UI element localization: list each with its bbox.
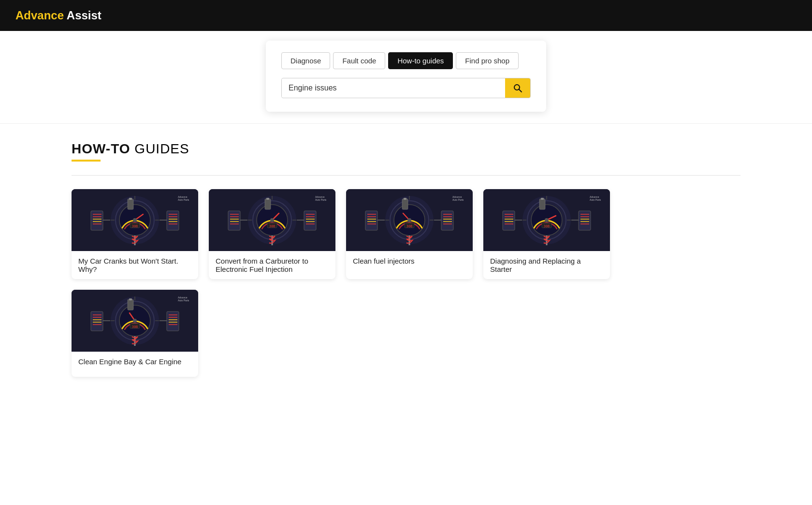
- svg-rect-76: [365, 211, 377, 230]
- svg-rect-113: [579, 211, 591, 230]
- svg-rect-27: [129, 198, 132, 200]
- tab-diagnose[interactable]: Diagnose: [281, 52, 330, 69]
- tab-fault-code[interactable]: Fault code: [333, 52, 385, 69]
- guide-card-4[interactable]: 308: [483, 189, 610, 279]
- svg-text:308: 308: [269, 224, 276, 228]
- tab-bar: Diagnose Fault code How-to guides Find p…: [281, 52, 531, 69]
- svg-point-7: [133, 218, 137, 222]
- search-button[interactable]: [505, 78, 530, 98]
- cards-grid: 308: [72, 189, 740, 377]
- svg-point-131: [133, 319, 137, 323]
- app-logo: Advance Assist: [15, 9, 102, 22]
- svg-rect-26: [128, 199, 133, 209]
- svg-rect-119: [539, 199, 545, 209]
- svg-text:308: 308: [406, 224, 413, 228]
- section-title-light: GUIDES: [134, 141, 189, 156]
- svg-text:308: 308: [544, 224, 550, 228]
- section-title-bold: HOW-TO: [72, 141, 130, 156]
- guide-card-5[interactable]: 308: [72, 290, 198, 377]
- svg-rect-82: [441, 211, 453, 230]
- svg-rect-107: [503, 211, 515, 230]
- svg-text:308: 308: [132, 325, 138, 329]
- section-underline: [72, 160, 101, 162]
- app-header: Advance Assist: [0, 0, 812, 31]
- guide-card-1[interactable]: 308: [72, 189, 198, 279]
- search-row: [281, 78, 531, 98]
- card-label-1: My Car Cranks but Won't Start. Why?: [72, 251, 198, 279]
- svg-rect-150: [128, 299, 133, 310]
- logo-assist: Assist: [67, 9, 102, 22]
- card-thumbnail-4: 308: [483, 189, 610, 251]
- card-thumbnail-5: 308: [72, 290, 198, 352]
- main-content: HOW-TO GUIDES: [0, 124, 812, 406]
- svg-point-69: [407, 218, 411, 222]
- card-label-3: Clean fuel injectors: [346, 251, 473, 276]
- card-label-5: Clean Engine Bay & Car Engine: [72, 352, 198, 377]
- svg-line-1: [519, 89, 522, 92]
- card-label-4: Diagnosing and Replacing a Starter: [483, 251, 610, 279]
- svg-rect-51: [304, 211, 316, 230]
- svg-rect-57: [265, 199, 271, 209]
- svg-rect-151: [129, 298, 132, 300]
- svg-rect-20: [167, 211, 179, 230]
- svg-text:Auto Parts: Auto Parts: [178, 299, 189, 302]
- svg-text:Auto Parts: Auto Parts: [590, 198, 601, 201]
- svg-rect-58: [266, 198, 269, 200]
- card-thumbnail-1: 308: [72, 189, 198, 251]
- svg-text:Auto Parts: Auto Parts: [315, 198, 327, 201]
- card-thumbnail-3: 308: [346, 189, 473, 251]
- card-thumbnail-2: 308: [209, 189, 335, 251]
- svg-rect-138: [91, 312, 103, 331]
- guide-card-3[interactable]: 308: [346, 189, 473, 279]
- card-label-2: Convert from a Carburetor to Electronic …: [209, 251, 335, 279]
- tab-find-pro-shop[interactable]: Find pro shop: [456, 52, 519, 69]
- search-icon: [513, 83, 522, 93]
- svg-rect-89: [404, 198, 406, 200]
- svg-rect-14: [91, 211, 103, 230]
- logo-advance: Advance: [15, 9, 64, 22]
- svg-point-38: [270, 218, 274, 222]
- guide-card-2[interactable]: 308: [209, 189, 335, 279]
- svg-text:308: 308: [132, 224, 138, 228]
- svg-rect-45: [228, 211, 240, 230]
- svg-text:Auto Parts: Auto Parts: [452, 198, 464, 201]
- svg-rect-144: [167, 312, 179, 331]
- svg-text:Auto Parts: Auto Parts: [178, 198, 189, 201]
- svg-rect-120: [541, 198, 544, 200]
- svg-point-100: [545, 218, 549, 222]
- divider-line: [72, 175, 740, 176]
- section-title: HOW-TO GUIDES: [72, 141, 740, 157]
- tab-how-to-guides[interactable]: How-to guides: [388, 52, 453, 69]
- search-panel: Diagnose Fault code How-to guides Find p…: [266, 41, 546, 112]
- search-panel-wrapper: Diagnose Fault code How-to guides Find p…: [0, 31, 812, 124]
- search-input[interactable]: [282, 79, 505, 97]
- svg-rect-88: [402, 199, 408, 209]
